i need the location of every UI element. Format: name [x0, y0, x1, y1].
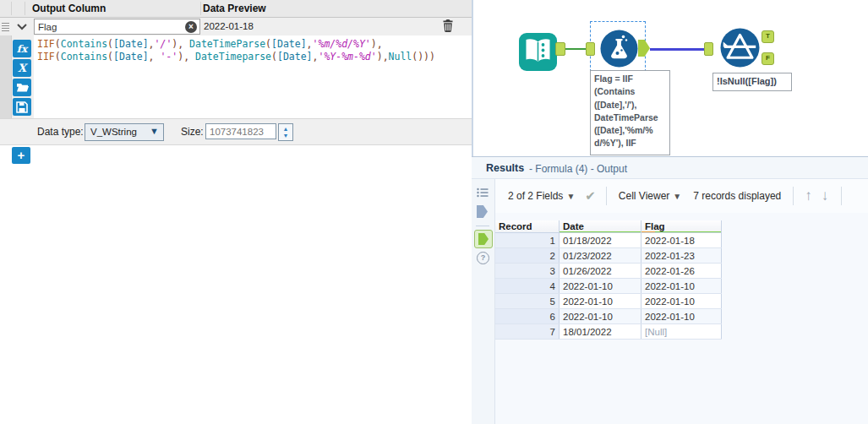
- trash-icon: [440, 19, 456, 34]
- input-data-tool[interactable]: [519, 33, 557, 73]
- metadata-list-button[interactable]: [477, 188, 489, 200]
- chevron-down-icon: ▼: [150, 126, 159, 136]
- output-column-header: Output Column: [32, 3, 106, 14]
- results-table-body: 101/18/20222022-01-18201/23/20222022-01-…: [495, 233, 722, 340]
- connection-formula-to-filter: [650, 48, 705, 51]
- fields-dropdown[interactable]: 2 of 2 Fields: [508, 190, 563, 202]
- save-expression-button[interactable]: [13, 98, 31, 116]
- filter-input-anchor[interactable]: [704, 42, 713, 56]
- size-label: Size:: [181, 126, 204, 138]
- datatype-band: Data type: V_WString ▼ Size: ▲▼: [0, 118, 472, 145]
- chevron-down-icon[interactable]: ▼: [673, 192, 681, 201]
- table-header-row: Record Date Flag: [495, 220, 722, 233]
- config-column-headers: Output Column Data Preview: [0, 0, 472, 18]
- open-folder-icon: [16, 82, 29, 93]
- results-toolbar: 2 of 2 Fields ▼ ✔ Cell Viewer ▼ 7 record…: [495, 179, 868, 213]
- open-expression-button[interactable]: [13, 79, 31, 96]
- results-table: Record Date Flag 101/18/20222022-01-1820…: [495, 220, 722, 340]
- size-field-wrap: [205, 123, 276, 139]
- chevron-down-icon[interactable]: ▼: [566, 192, 575, 201]
- functions-button[interactable]: fx: [13, 40, 31, 57]
- collapse-expression-button[interactable]: [12, 19, 32, 34]
- chevron-down-icon: [16, 23, 28, 30]
- datatype-select[interactable]: V_WString ▼: [85, 123, 164, 141]
- data-tag-icon: [477, 205, 488, 218]
- input-tool-output-anchor[interactable]: [555, 42, 565, 56]
- table-row[interactable]: 52022-01-102022-01-10: [495, 294, 722, 309]
- drag-handle-icon[interactable]: [2, 21, 9, 31]
- apply-checkmark-icon[interactable]: ✔: [585, 188, 596, 204]
- cell-viewer-dropdown[interactable]: Cell Viewer: [619, 190, 669, 202]
- variables-button[interactable]: X: [13, 59, 31, 77]
- size-input[interactable]: [206, 124, 274, 139]
- list-icon: [477, 188, 489, 198]
- output-column-input[interactable]: [35, 19, 187, 34]
- up-arrow-icon: ▲: [283, 126, 289, 133]
- results-panel: Results - Formula (4) - Output ?: [472, 156, 868, 424]
- connection-input-to-formula: [564, 48, 587, 50]
- output-column-field-wrap: ×: [34, 19, 200, 35]
- table-row[interactable]: 101/18/20222022-01-18: [495, 233, 722, 248]
- output-anchor-button-selected[interactable]: [474, 230, 493, 248]
- formula-text: IIF(Contains([Date],'/'), DateTimeParse(…: [37, 38, 435, 63]
- filter-false-anchor[interactable]: F: [762, 52, 774, 65]
- data-view-button[interactable]: [477, 205, 488, 218]
- down-arrow-icon: ▼: [283, 133, 289, 139]
- table-row[interactable]: 42022-01-102022-01-10: [495, 279, 722, 294]
- scroll-up-icon[interactable]: ↑: [805, 188, 812, 204]
- datatype-label: Data type:: [37, 126, 84, 138]
- green-tag-icon: [478, 233, 489, 245]
- help-button[interactable]: ?: [477, 252, 489, 264]
- table-row[interactable]: 201/23/20222022-01-23: [495, 248, 722, 264]
- clear-field-icon[interactable]: ×: [185, 21, 197, 33]
- alteryx-designer-window: Output Column Data Preview × 2022-01-18: [0, 0, 868, 424]
- filter-true-anchor[interactable]: T: [762, 30, 774, 43]
- formula-editor[interactable]: IIF(Contains([Date],'/'), DateTimeParse(…: [34, 35, 472, 118]
- results-header: Results - Formula (4) - Output: [472, 157, 868, 179]
- workflow-canvas[interactable]: T F Flag = IIF (Contains ([Date],'/'), D…: [473, 0, 868, 156]
- expression-row: × 2022-01-18: [0, 18, 472, 36]
- formula-tool[interactable]: [600, 30, 638, 70]
- fx-icon: fx: [17, 43, 27, 55]
- filter-annotation: !IsNull([Flag]): [712, 73, 792, 91]
- column-header-flag[interactable]: Flag: [641, 220, 722, 233]
- records-displayed-text: 7 records displayed: [693, 190, 781, 202]
- results-title: Results: [486, 162, 524, 174]
- save-icon: [16, 101, 28, 113]
- column-header-record[interactable]: Record: [495, 220, 560, 233]
- results-grid: Record Date Flag 101/18/20222022-01-1820…: [495, 220, 722, 340]
- formula-output-anchor[interactable]: [638, 40, 650, 57]
- table-row[interactable]: 301/26/20222022-01-26: [495, 264, 722, 279]
- size-stepper[interactable]: ▲▼: [278, 123, 293, 141]
- rail-divider: [476, 226, 489, 226]
- table-row[interactable]: 62022-01-102022-01-10: [495, 309, 722, 324]
- formula-annotation: Flag = IIF (Contains ([Date],'/'), DateT…: [590, 70, 670, 155]
- results-subtitle: - Formula (4) - Output: [529, 163, 627, 175]
- filter-tool[interactable]: [720, 28, 760, 70]
- data-preview-value: 2022-01-18: [204, 21, 254, 31]
- scroll-down-icon[interactable]: ↓: [822, 188, 829, 204]
- formula-input-anchor[interactable]: [586, 42, 595, 56]
- add-expression-button[interactable]: +: [12, 147, 30, 164]
- delete-expression-button[interactable]: [440, 19, 457, 35]
- question-mark-icon: ?: [477, 252, 489, 264]
- formula-config-panel: Output Column Data Preview × 2022-01-18: [0, 0, 473, 424]
- table-row[interactable]: 718/01/2022[Null]: [495, 324, 722, 340]
- variable-x-icon: X: [18, 62, 26, 74]
- column-header-date[interactable]: Date: [560, 220, 641, 233]
- results-side-rail: ?: [472, 179, 495, 424]
- data-preview-header: Data Preview: [203, 3, 266, 14]
